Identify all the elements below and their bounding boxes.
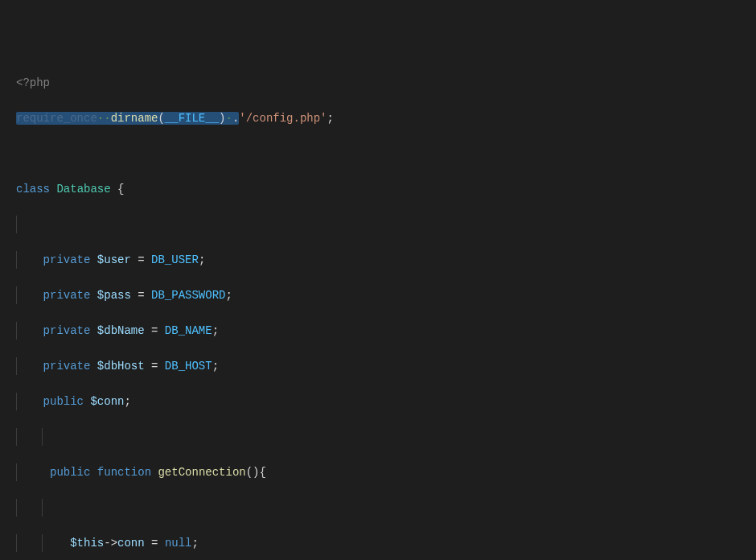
code-line[interactable]: private $dbHost = DB_HOST;: [16, 357, 756, 375]
code-line[interactable]: $this->conn = null;: [16, 534, 756, 552]
code-line[interactable]: [16, 499, 756, 517]
code-line[interactable]: [16, 428, 756, 446]
code-line[interactable]: [16, 145, 756, 163]
code-line[interactable]: private $user = DB_USER;: [16, 251, 756, 269]
code-line[interactable]: [16, 216, 756, 233]
code-line[interactable]: <?php: [16, 74, 756, 92]
code-line[interactable]: private $pass = DB_PASSWORD;: [16, 286, 756, 304]
code-line[interactable]: private $dbName = DB_NAME;: [16, 322, 756, 340]
code-line[interactable]: class Database {: [16, 180, 756, 198]
code-line[interactable]: require_once··dirname(__FILE__)·.'/confi…: [16, 109, 756, 127]
code-line[interactable]: public $conn;: [16, 393, 756, 410]
code-line[interactable]: public function getConnection(){: [16, 463, 756, 481]
php-open-tag: <?php: [16, 76, 50, 89]
